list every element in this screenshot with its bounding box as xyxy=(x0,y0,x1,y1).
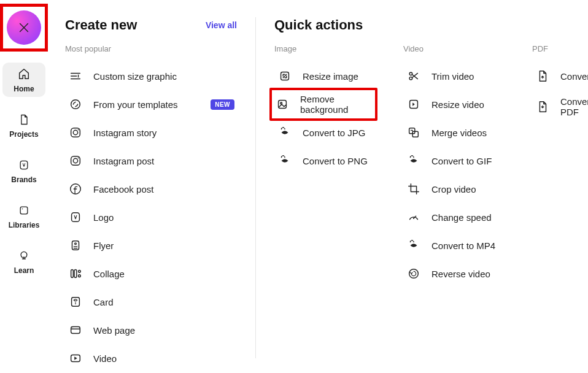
quick-item-label: Remove background xyxy=(300,94,373,115)
create-item-label: Web page xyxy=(93,325,234,336)
quick-item-trim-video[interactable]: Trim video xyxy=(403,62,501,90)
video-subhead: Video xyxy=(403,44,501,53)
quick-item-resize-video[interactable]: Resize video xyxy=(403,90,501,118)
sidebar-item-label: Brands xyxy=(11,175,36,184)
sidebar: Home Projects Brands Libraries Learn xyxy=(0,0,48,373)
create-item-ig-story[interactable]: Instagram story xyxy=(65,118,237,147)
quick-item-label: Change speed xyxy=(431,212,499,223)
quick-item-reverse-video[interactable]: Reverse video xyxy=(403,260,501,288)
sidebar-item-learn[interactable]: Learn xyxy=(2,244,45,279)
sidebar-item-home[interactable]: Home xyxy=(2,63,45,97)
svg-point-20 xyxy=(72,328,73,328)
main-content: Create new View all Most popular Custom … xyxy=(48,0,588,373)
svg-point-24 xyxy=(280,102,282,104)
sidebar-item-libraries[interactable]: Libraries xyxy=(2,199,45,233)
create-item-ig-post[interactable]: Instagram post xyxy=(65,147,237,175)
quick-item-convert-to-pdf[interactable]: Convert to PDF xyxy=(532,62,588,90)
quick-item-convert-jpg[interactable]: Convert to JPG xyxy=(274,118,373,147)
quick-item-label: Resize image xyxy=(303,71,370,82)
sidebar-item-label: Libraries xyxy=(9,221,40,229)
create-item-video[interactable]: Video xyxy=(65,344,237,372)
sidebar-item-label: Projects xyxy=(9,130,38,139)
webpage-icon xyxy=(68,322,83,338)
svg-point-8 xyxy=(73,158,77,163)
vertical-separator xyxy=(255,17,256,358)
from-pdf-icon xyxy=(535,99,551,115)
create-item-label: Flyer xyxy=(93,240,234,251)
quick-col-pdf: PDF Convert to PDF Convert from PDF xyxy=(532,44,588,288)
learn-icon xyxy=(16,248,32,264)
resize-video-icon xyxy=(406,96,422,112)
create-item-fb-post[interactable]: Facebook post xyxy=(65,175,237,203)
sidebar-item-projects[interactable]: Projects xyxy=(2,108,45,142)
create-new-title: Create new xyxy=(65,17,137,33)
quick-item-label: Resize video xyxy=(431,99,499,110)
remove-bg-icon xyxy=(274,96,290,112)
quick-item-label: Merge videos xyxy=(431,128,499,138)
create-item-label: From your templates xyxy=(93,99,201,110)
svg-rect-18 xyxy=(72,298,80,307)
quick-item-label: Crop video xyxy=(431,184,499,194)
create-item-label: Custom size graphic xyxy=(93,71,234,82)
collage-icon xyxy=(68,266,83,282)
create-item-card[interactable]: Card xyxy=(65,288,237,316)
quick-col-video: Video Trim video Resize video Merge vide… xyxy=(403,44,501,288)
svg-rect-19 xyxy=(71,327,80,334)
trim-icon xyxy=(406,68,422,84)
quick-item-label: Trim video xyxy=(431,71,499,82)
quick-item-convert-png[interactable]: Convert to PNG xyxy=(274,147,373,175)
library-icon xyxy=(16,202,32,218)
convert-gif-icon xyxy=(406,153,422,169)
quick-item-label: Convert to PNG xyxy=(303,156,370,166)
view-all-link[interactable]: View all xyxy=(206,20,237,30)
create-item-collage[interactable]: Collage xyxy=(65,260,237,288)
svg-rect-29 xyxy=(412,131,418,137)
quick-actions-column: Quick actions Image Resize image Remove … xyxy=(274,17,588,358)
create-item-label: Facebook post xyxy=(93,184,234,194)
new-badge: NEW xyxy=(211,99,234,110)
quick-item-resize-image[interactable]: Resize image xyxy=(274,62,373,90)
create-item-templates[interactable]: From your templates NEW xyxy=(65,90,237,118)
svg-rect-1 xyxy=(20,207,28,214)
create-item-flyer[interactable]: Flyer xyxy=(65,231,237,260)
create-new-column: Create new View all Most popular Custom … xyxy=(65,17,237,358)
svg-point-3 xyxy=(71,100,80,109)
close-logo-button[interactable] xyxy=(7,10,41,45)
quick-col-image: Image Resize image Remove background Con… xyxy=(274,44,373,288)
create-item-logo[interactable]: Logo xyxy=(65,203,237,231)
svg-point-6 xyxy=(78,129,79,131)
convert-png-icon xyxy=(277,153,293,169)
svg-point-5 xyxy=(73,130,77,134)
svg-point-17 xyxy=(79,275,81,277)
create-item-label: Video xyxy=(93,353,234,364)
quick-item-crop-video[interactable]: Crop video xyxy=(403,175,501,203)
sidebar-item-brands[interactable]: Brands xyxy=(2,153,45,188)
templates-icon xyxy=(68,96,83,112)
quick-item-label: Convert to MP4 xyxy=(431,240,499,251)
image-subhead: Image xyxy=(274,44,373,53)
instagram-icon xyxy=(68,125,83,140)
resize-image-icon xyxy=(277,68,293,84)
brand-icon xyxy=(16,157,32,173)
sidebar-item-label: Learn xyxy=(14,266,34,275)
svg-point-2 xyxy=(22,209,23,210)
quick-item-remove-bg[interactable]: Remove background xyxy=(269,88,377,121)
create-item-label: Instagram story xyxy=(93,128,234,138)
crop-icon xyxy=(406,181,422,197)
quick-item-merge-videos[interactable]: Merge videos xyxy=(403,118,501,147)
instagram-icon xyxy=(68,153,83,169)
most-popular-subhead: Most popular xyxy=(65,44,237,53)
quick-item-convert-mp4[interactable]: Convert to MP4 xyxy=(403,231,501,260)
svg-rect-14 xyxy=(71,270,74,278)
create-item-webpage[interactable]: Web page xyxy=(65,316,237,344)
quick-item-convert-gif[interactable]: Convert to GIF xyxy=(403,147,501,175)
quick-item-change-speed[interactable]: Change speed xyxy=(403,203,501,231)
merge-icon xyxy=(406,125,422,140)
quick-item-convert-from-pdf[interactable]: Convert from PDF xyxy=(532,90,588,123)
svg-rect-28 xyxy=(409,128,415,134)
quick-item-label: Convert to GIF xyxy=(431,156,499,166)
logo-highlight xyxy=(0,4,48,52)
svg-rect-0 xyxy=(20,161,28,169)
create-item-custom-size[interactable]: Custom size graphic xyxy=(65,62,237,90)
create-item-label: Card xyxy=(93,297,234,307)
